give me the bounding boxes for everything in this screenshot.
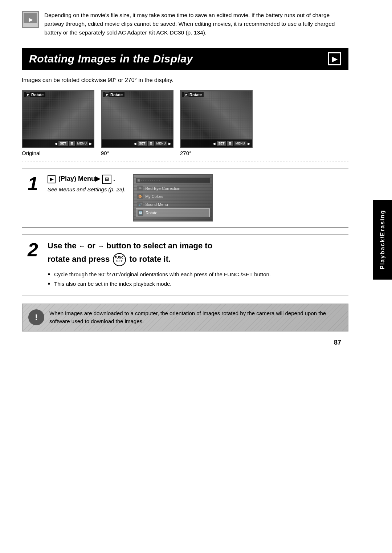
red-eye-icon: 👁 bbox=[137, 186, 143, 191]
sound-icon: 🔊 bbox=[137, 202, 143, 207]
page-number: 87 bbox=[22, 339, 348, 346]
step-1-text: ▶ (Play) Menu▶ ⊞ . See Menus and Setting… bbox=[48, 174, 126, 192]
warning-text: Depending on the movie's file size, it m… bbox=[44, 11, 348, 37]
menu-screenshot: ⊞ · · · · · · · · · · · 👁 Red-Eye Correc… bbox=[133, 174, 213, 221]
menu-item-sound: 🔊 Sound Menu bbox=[136, 200, 210, 208]
note-text: When images are downloaded to a computer… bbox=[49, 309, 342, 326]
screen-label-270: ▶ Rotate bbox=[182, 92, 204, 97]
step-1-container: 1 ▶ (Play) Menu▶ ⊞ . See Menus and Setti… bbox=[22, 168, 348, 228]
step-1-number: 1 bbox=[28, 174, 44, 193]
note-box: ! When images are downloaded to a comput… bbox=[22, 304, 348, 332]
bottom-bar-original: ◀ SET ⊞ MENU ▶ bbox=[23, 139, 94, 147]
screen-label-90: ▶ Rotate bbox=[103, 92, 124, 97]
bullet-2: This also can be set in the index playba… bbox=[48, 280, 343, 288]
section-header: Rotating Images in the Display ▶ bbox=[22, 48, 348, 70]
bottom-bar-270: ◀ SET ⊞ MENU ▶ bbox=[181, 139, 252, 147]
menu-grid-icon: ⊞ bbox=[102, 175, 111, 184]
func-set-button: FUNC.SET bbox=[113, 253, 126, 266]
screen-270: ▶ Rotate ◀ SET ⊞ MENU ▶ bbox=[180, 90, 253, 148]
section-title: Rotating Images in the Display bbox=[29, 53, 193, 65]
menu-top-bar: ⊞ · · · · · · · · · · · bbox=[136, 178, 210, 183]
caption-270: 270° bbox=[180, 150, 191, 156]
step-2-number: 2 bbox=[28, 240, 44, 259]
play-icon-small-3: ▶ bbox=[184, 93, 188, 97]
image-examples-row: ▶ Rotate ◀ SET ⊞ MENU ▶ Original ▶ Rotat… bbox=[22, 90, 348, 156]
step-1-instruction: ▶ (Play) Menu▶ ⊞ . bbox=[48, 174, 126, 184]
play-menu-icon: ▶ bbox=[48, 175, 56, 183]
image-original: ▶ Rotate ◀ SET ⊞ MENU ▶ Original bbox=[22, 90, 94, 156]
section-divider bbox=[22, 162, 348, 162]
step-1-sub: See Menus and Settings (p. 23). bbox=[48, 186, 126, 192]
caption-original: Original bbox=[22, 150, 41, 156]
step-2-instruction-line2: rotate and press FUNC.SET to rotate it. bbox=[48, 253, 343, 266]
warning-icon bbox=[22, 11, 39, 28]
bullet-1: Cycle through the 90°/270°/original orie… bbox=[48, 271, 343, 279]
play-icon-small-2: ▶ bbox=[105, 93, 109, 97]
bottom-bar-90: ◀ SET ⊞ MENU ▶ bbox=[102, 139, 173, 147]
play-icon-small: ▶ bbox=[26, 93, 30, 97]
step-2-container: 2 Use the ← or → button to select an ima… bbox=[22, 234, 348, 296]
note-icon: ! bbox=[28, 309, 44, 325]
step-1-content: ▶ (Play) Menu▶ ⊞ . See Menus and Setting… bbox=[48, 174, 343, 221]
menu-item-red-eye: 👁 Red-Eye Correction bbox=[136, 184, 210, 192]
left-arrow: ← bbox=[79, 242, 85, 251]
step-2-body: Use the ← or → button to select an image… bbox=[48, 240, 343, 290]
playback-mode-icon: ▶ bbox=[328, 52, 341, 65]
step-1-body: ▶ (Play) Menu▶ ⊞ . See Menus and Setting… bbox=[48, 174, 343, 221]
side-tab: Playback/Erasing bbox=[373, 200, 392, 280]
image-90: ▶ Rotate ◀ SET ⊞ MENU ▶ 90° bbox=[101, 90, 173, 156]
image-270: ▶ Rotate ◀ SET ⊞ MENU ▶ 270° bbox=[180, 90, 253, 156]
menu-item-rotate: 🔄 Rotate bbox=[136, 208, 210, 217]
warning-note: Depending on the movie's file size, it m… bbox=[22, 11, 348, 37]
my-colors-icon: 🎨 bbox=[137, 194, 143, 199]
caption-90: 90° bbox=[101, 150, 109, 156]
step-2-bullets: Cycle through the 90°/270°/original orie… bbox=[48, 271, 343, 288]
intro-text: Images can be rotated clockwise 90° or 2… bbox=[22, 77, 348, 84]
step-2-instruction: Use the ← or → button to select an image… bbox=[48, 240, 343, 252]
screen-label-original: ▶ Rotate bbox=[24, 92, 45, 97]
screen-original: ▶ Rotate ◀ SET ⊞ MENU ▶ bbox=[22, 90, 94, 148]
screen-90: ▶ Rotate ◀ SET ⊞ MENU ▶ bbox=[101, 90, 173, 148]
right-arrow: → bbox=[98, 242, 104, 251]
menu-item-my-colors: 🎨 My Colors bbox=[136, 192, 210, 200]
rotate-icon: 🔄 bbox=[138, 210, 143, 216]
